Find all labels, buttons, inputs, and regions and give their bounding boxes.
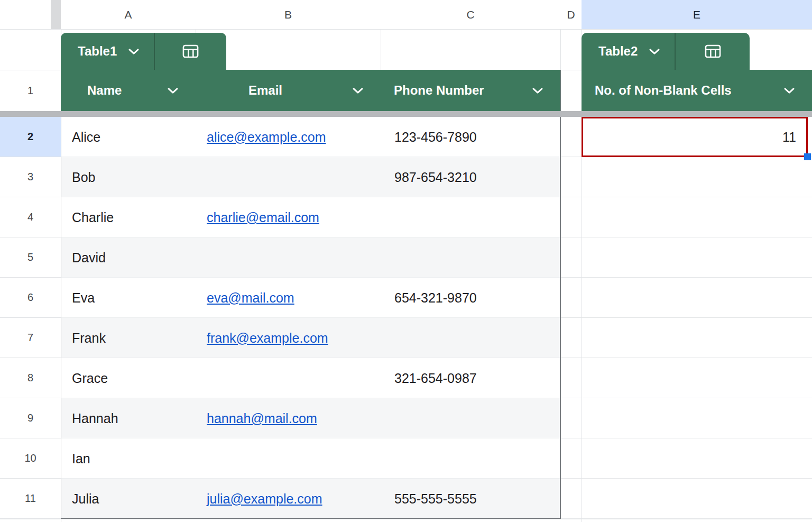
row-header-9[interactable]: 9	[0, 398, 61, 438]
gridline	[560, 478, 812, 479]
gridline	[560, 237, 812, 237]
row-header-5[interactable]: 5	[0, 237, 61, 278]
chevron-down-icon[interactable]	[168, 88, 178, 94]
cell-phone-6[interactable]: 654-321-9870	[381, 278, 560, 318]
chevron-down-icon[interactable]	[353, 88, 363, 94]
cell-name-4[interactable]: Charlie	[61, 197, 196, 237]
column-header-E[interactable]: E	[582, 0, 812, 29]
cell-name-5[interactable]: David	[61, 237, 196, 278]
cell-name-8[interactable]: Grace	[61, 358, 196, 398]
table1-header-name[interactable]: Name	[61, 70, 196, 111]
header-label: Phone Number	[394, 83, 484, 98]
email-link[interactable]: eva@mail.com	[207, 290, 294, 306]
gridline	[560, 398, 812, 398]
table1-menu-button[interactable]	[155, 33, 226, 70]
cell-name-11[interactable]: Julia	[61, 479, 196, 519]
table1-chip[interactable]: Table1	[61, 33, 226, 70]
chevron-down-icon[interactable]	[784, 88, 795, 94]
cell-name-10[interactable]: Ian	[61, 438, 196, 479]
cell-email-7[interactable]: frank@example.com	[196, 318, 381, 358]
table2-header-non-blank-cells[interactable]: No. of Non-Blank Cells	[582, 70, 812, 111]
row-header-1[interactable]: 1	[0, 70, 61, 111]
chevron-down-icon[interactable]	[532, 88, 543, 94]
frozen-row-divider[interactable]	[0, 111, 812, 117]
table-grid-icon	[182, 44, 199, 58]
fill-handle[interactable]	[804, 153, 811, 160]
row-header-2[interactable]: 2	[0, 117, 61, 157]
header-label: No. of Non-Blank Cells	[595, 83, 732, 98]
email-link[interactable]: julia@example.com	[207, 491, 322, 507]
cell-phone-2[interactable]: 123-456-7890	[381, 117, 560, 157]
cell-email-9[interactable]: hannah@mail.com	[196, 398, 381, 438]
gridline	[560, 70, 582, 70]
cell-email-4[interactable]: charlie@email.com	[196, 197, 381, 237]
gridline	[0, 519, 812, 519]
table-grid-icon	[705, 44, 721, 58]
column-header-D[interactable]: D	[560, 0, 582, 29]
row-header-4[interactable]: 4	[0, 197, 61, 237]
cell-email-2[interactable]: alice@example.com	[196, 117, 381, 157]
email-link[interactable]: alice@example.com	[207, 130, 326, 145]
cell-phone-3[interactable]: 987-654-3210	[381, 157, 560, 197]
table1-bottom-border	[61, 518, 561, 519]
row-header-7[interactable]: 7	[0, 318, 61, 358]
spreadsheet: 2Alicealice@example.com123-456-78903Bob9…	[0, 0, 812, 522]
table2-chip[interactable]: Table2	[582, 33, 750, 70]
chip-title: Table2	[598, 44, 638, 59]
cell-name-2[interactable]: Alice	[61, 117, 196, 157]
gridline	[560, 358, 812, 358]
gridline	[560, 317, 812, 318]
row-header-6[interactable]: 6	[0, 278, 61, 318]
email-link[interactable]: hannah@mail.com	[207, 411, 317, 426]
cell-name-9[interactable]: Hannah	[61, 398, 196, 438]
column-header-C[interactable]: C	[381, 0, 560, 29]
cell-name-3[interactable]: Bob	[61, 157, 196, 197]
cell-phone-8[interactable]: 321-654-0987	[381, 358, 560, 398]
cell-name-6[interactable]: Eva	[61, 278, 196, 318]
row-header-8[interactable]: 8	[0, 358, 61, 398]
table1-right-border	[560, 70, 561, 519]
row-header-10[interactable]: 10	[0, 438, 61, 479]
chevron-down-icon[interactable]	[128, 49, 139, 54]
gridline	[560, 197, 812, 197]
cell-email-11[interactable]: julia@example.com	[196, 479, 381, 519]
select-all-corner[interactable]	[51, 0, 61, 29]
red-highlight-box	[582, 117, 808, 157]
column-header-A[interactable]: A	[61, 0, 196, 29]
table1-header-email[interactable]: Email	[196, 70, 381, 111]
row-header-3[interactable]: 3	[0, 157, 61, 197]
table2-menu-button[interactable]	[676, 33, 750, 70]
table1-header-phone-number[interactable]: Phone Number	[381, 70, 560, 111]
email-link[interactable]: charlie@email.com	[207, 210, 319, 225]
cell-email-6[interactable]: eva@mail.com	[196, 278, 381, 318]
email-link[interactable]: frank@example.com	[207, 331, 328, 346]
header-label: Email	[248, 83, 282, 98]
row-header-11[interactable]: 11	[0, 479, 61, 519]
cell-phone-11[interactable]: 555-555-5555	[381, 479, 560, 519]
cell-name-7[interactable]: Frank	[61, 318, 196, 358]
table2-chip-label[interactable]: Table2	[582, 33, 675, 70]
table1-chip-label[interactable]: Table1	[61, 33, 154, 70]
header-label: Name	[87, 83, 122, 98]
column-header-B[interactable]: B	[196, 0, 381, 29]
chevron-down-icon[interactable]	[649, 49, 660, 54]
chip-title: Table1	[78, 44, 117, 59]
gridline	[560, 438, 812, 438]
gridline	[0, 29, 812, 30]
gridline	[560, 277, 812, 278]
